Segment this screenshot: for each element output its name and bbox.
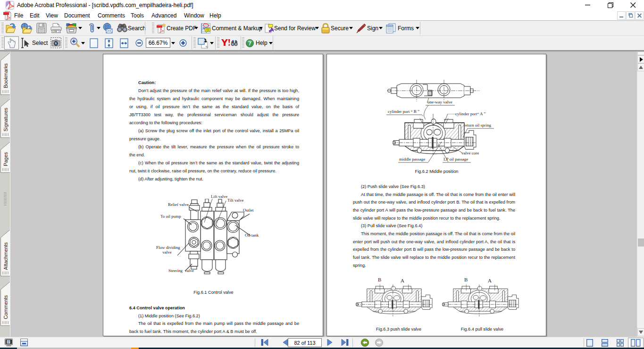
svg-text:?: ?	[249, 40, 251, 47]
